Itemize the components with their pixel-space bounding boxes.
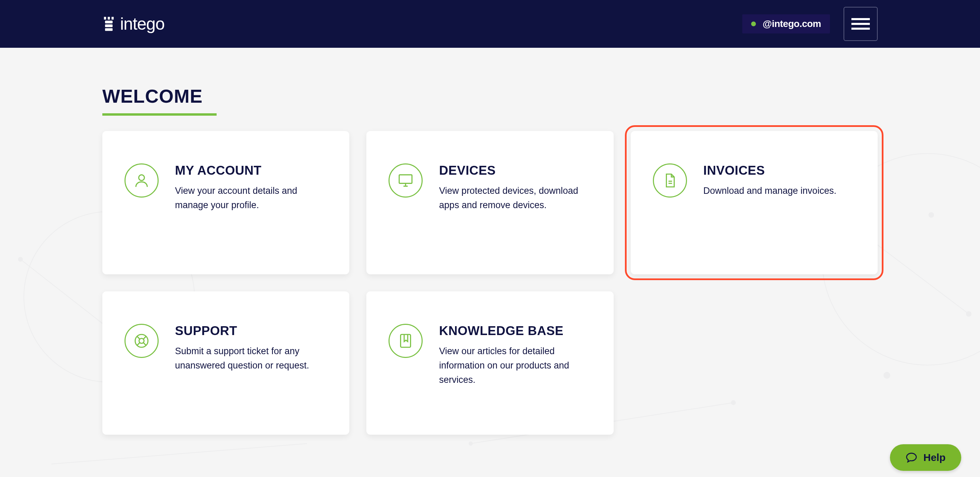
page-title: WELCOME (102, 85, 216, 116)
svg-line-31 (143, 336, 146, 339)
lifebuoy-icon (124, 324, 159, 358)
svg-rect-15 (111, 17, 114, 19)
user-icon (124, 163, 159, 198)
book-icon (388, 324, 423, 358)
svg-rect-23 (399, 175, 412, 183)
card-devices[interactable]: DEVICES View protected devices, download… (366, 131, 613, 274)
app-header: intego @intego.com (0, 0, 980, 48)
svg-line-32 (137, 343, 140, 345)
svg-line-30 (137, 336, 140, 339)
main-menu-button[interactable] (843, 7, 878, 41)
presence-indicator-icon (751, 21, 756, 26)
hamburger-icon (851, 17, 870, 31)
card-description: View your account details and manage you… (175, 184, 327, 212)
card-invoices[interactable]: INVOICES Download and manage invoices. (631, 131, 878, 274)
card-my-account[interactable]: MY ACCOUNT View your account details and… (102, 131, 349, 274)
card-knowledge-base[interactable]: KNOWLEDGE BASE View our articles for det… (366, 291, 613, 435)
svg-point-29 (139, 338, 144, 344)
svg-rect-14 (108, 17, 110, 19)
svg-rect-13 (104, 17, 106, 19)
chat-icon (906, 452, 917, 463)
document-icon (653, 163, 687, 198)
card-description: Submit a support ticket for any unanswer… (175, 344, 327, 373)
brand-logo[interactable]: intego (102, 14, 164, 34)
user-account-button[interactable]: @intego.com (742, 14, 830, 34)
card-description: View our articles for detailed informati… (439, 344, 591, 387)
dashboard-cards-grid: MY ACCOUNT View your account details and… (102, 131, 878, 435)
intego-rook-icon (102, 16, 115, 32)
card-description: View protected devices, download apps an… (439, 184, 591, 212)
user-email: @intego.com (763, 18, 821, 29)
help-button[interactable]: Help (890, 444, 961, 471)
card-description: Download and manage invoices. (703, 184, 837, 198)
svg-rect-17 (105, 25, 113, 27)
card-support[interactable]: SUPPORT Submit a support ticket for any … (102, 291, 349, 435)
svg-point-22 (139, 175, 145, 180)
help-label: Help (923, 452, 945, 463)
svg-rect-18 (105, 28, 113, 31)
card-title: INVOICES (703, 163, 837, 178)
monitor-icon (388, 163, 423, 198)
svg-rect-16 (105, 21, 113, 24)
brand-name: intego (120, 14, 164, 34)
dashboard-page: WELCOME MY ACCOUNT View your account det… (0, 48, 980, 462)
card-title: KNOWLEDGE BASE (439, 324, 591, 338)
svg-line-33 (143, 343, 146, 345)
card-title: DEVICES (439, 163, 591, 178)
card-title: SUPPORT (175, 324, 327, 338)
card-title: MY ACCOUNT (175, 163, 327, 178)
